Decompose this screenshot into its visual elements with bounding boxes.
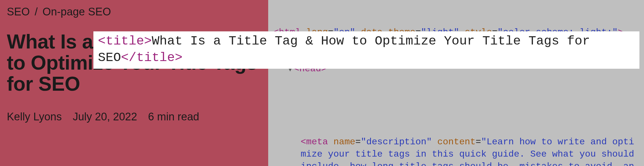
article-meta: Kelly Lyons July 20, 2022 6 min read xyxy=(7,111,261,123)
title-tag-close: </title> xyxy=(121,50,182,65)
title-tag-callout: <title>What Is a Title Tag & How to Opti… xyxy=(93,31,639,69)
author-name[interactable]: Kelly Lyons xyxy=(7,111,62,123)
breadcrumb-root[interactable]: SEO xyxy=(7,6,30,18)
breadcrumb: SEO / On-page SEO xyxy=(7,6,261,18)
breadcrumb-leaf[interactable]: On-page SEO xyxy=(42,6,111,18)
devtools-source-pane: <html lang="en" data-theme="light" style… xyxy=(268,0,644,166)
read-time: 6 min read xyxy=(148,111,199,123)
article-header-pane: SEO / On-page SEO What Is a Title Tag & … xyxy=(0,0,268,166)
breadcrumb-separator: / xyxy=(35,6,38,18)
code-line-meta[interactable]: <meta name="description" content="Learn … xyxy=(273,136,639,166)
title-tag-open: <title> xyxy=(98,34,152,48)
page-root: SEO / On-page SEO What Is a Title Tag & … xyxy=(0,0,644,166)
publish-date: July 20, 2022 xyxy=(73,111,137,123)
code-line-gap xyxy=(273,99,639,112)
